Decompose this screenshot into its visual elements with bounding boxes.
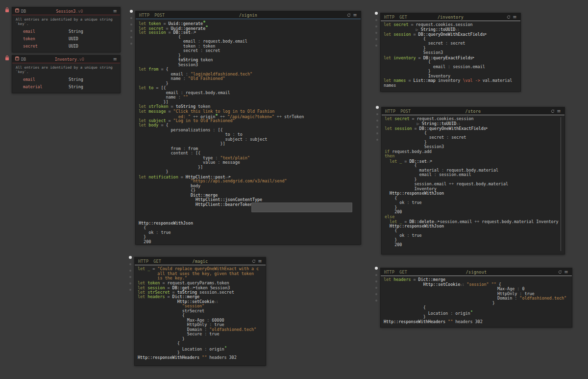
code-token: = (408, 22, 416, 27)
menu-icon[interactable]: ≡ (113, 57, 117, 61)
refresh-icon[interactable] (507, 15, 511, 19)
db-field-type[interactable]: String (69, 84, 83, 89)
trace-dot[interactable] (375, 274, 377, 276)
trace-dot-active[interactable] (130, 10, 133, 13)
code-token: email (139, 39, 196, 44)
trace-dot[interactable] (375, 19, 377, 21)
handler-code[interactable]: let _ = "Could replace queryOneWithExact… (135, 265, 266, 361)
db-field-row[interactable]: email String (12, 27, 120, 35)
trace-dot[interactable] (129, 282, 131, 284)
code-token: request.queryParams.token (168, 280, 229, 285)
trace-dot[interactable] (375, 32, 377, 34)
code-token: { (139, 225, 146, 230)
code-token: } (384, 314, 426, 319)
trace-dot-active[interactable] (129, 256, 132, 259)
db-title[interactable]: Session3.v0 (26, 9, 113, 14)
code-token (139, 197, 196, 202)
lock-icon[interactable] (5, 5, 9, 15)
handler-route[interactable]: /store (382, 109, 564, 114)
handler-header: HTTP GET /inventory ≡ (381, 13, 520, 21)
handler-code[interactable]: let secret = request.cookies.session ▷ S… (382, 115, 564, 249)
menu-icon[interactable]: ≡ (513, 15, 517, 19)
db-field-row[interactable]: email String (12, 76, 120, 83)
menu-icon[interactable]: ≡ (564, 270, 568, 274)
code-token (138, 271, 157, 276)
db-field-type[interactable]: UUID (69, 44, 78, 49)
handler-header: HTTP POST /signin ≡ (136, 11, 361, 19)
trace-dot[interactable] (130, 36, 132, 38)
code-token: "Could replace queryOneWithExact with a … (157, 266, 259, 271)
menu-icon[interactable]: ≡ (557, 109, 561, 113)
handler-route[interactable]: /magic (135, 259, 266, 264)
db-field-type[interactable]: String (69, 77, 83, 82)
code-token: : (243, 137, 250, 142)
trace-dot[interactable] (375, 25, 377, 27)
refresh-icon[interactable] (252, 259, 256, 263)
menu-icon[interactable]: ≡ (258, 259, 262, 263)
handler-route[interactable]: /signin (136, 13, 361, 18)
refresh-icon[interactable] (551, 109, 555, 113)
trace-dot[interactable] (129, 270, 131, 272)
code-token: }] (139, 141, 225, 146)
trace-dot[interactable] (375, 45, 377, 47)
trace-dot[interactable] (376, 126, 378, 128)
code-token: Dict::merge (172, 294, 199, 299)
handler-route[interactable]: /inventory (381, 15, 520, 20)
handler-code[interactable]: let secret = request.cookies.session ▷ S… (381, 21, 520, 89)
trace-dot[interactable] (129, 289, 131, 291)
db-field-name[interactable]: email (23, 77, 69, 82)
handler-route[interactable]: /signout (381, 270, 572, 275)
redacted-secret-box[interactable] (251, 202, 352, 212)
db-field-name[interactable]: material (23, 84, 69, 89)
db-field-type[interactable]: String (69, 29, 83, 34)
trace-dot[interactable] (130, 24, 132, 25)
code-token: { (385, 130, 427, 135)
code-token: email (385, 172, 432, 177)
trace-dot[interactable] (375, 287, 377, 289)
db-field-name[interactable]: token (23, 36, 69, 41)
code-token: String::toUUID (421, 27, 456, 32)
trace-dot[interactable] (376, 113, 378, 115)
trace-dot-active[interactable] (375, 12, 378, 15)
handler-code[interactable]: let headers = Dict::merge Http::setCooki… (381, 276, 572, 326)
code-token: Http::responseWithJson (390, 224, 444, 228)
db-field-row[interactable]: secret UUID (12, 42, 120, 50)
trace-dot[interactable] (376, 139, 378, 141)
code-token: names (393, 78, 406, 83)
refresh-icon[interactable] (558, 270, 562, 274)
trace-dot[interactable] (130, 43, 132, 45)
code-token: : (153, 230, 161, 235)
trace-dot[interactable] (129, 263, 131, 265)
trace-dot[interactable] (375, 280, 377, 282)
trace-dot[interactable] (375, 300, 377, 302)
trace-dot-active[interactable] (376, 106, 379, 109)
code-line: ok : true (385, 201, 562, 205)
trace-dot[interactable] (376, 132, 378, 134)
menu-icon[interactable]: ≡ (353, 13, 357, 17)
db-title[interactable]: Inventory.v0 (26, 57, 113, 62)
db-field-name[interactable]: email (23, 29, 69, 34)
db-kind-label: DB (21, 9, 26, 14)
code-token (139, 202, 196, 207)
code-token: token (198, 57, 213, 62)
db-field-name[interactable]: secret (23, 44, 69, 49)
code-token: HttpClient::jsonContentType (196, 197, 262, 202)
scrollbar[interactable] (561, 117, 561, 251)
db-field-type[interactable]: UUID (69, 36, 78, 41)
code-token: ok (139, 230, 153, 235)
trace-dot[interactable] (130, 30, 132, 32)
trace-dot[interactable] (376, 120, 378, 122)
menu-icon[interactable]: ≡ (113, 9, 117, 13)
db-field-row[interactable]: material String (12, 83, 120, 90)
code-line: 200 (385, 210, 562, 215)
code-token: ok (385, 233, 404, 238)
trace-dot[interactable] (375, 38, 377, 40)
trace-dot-active[interactable] (375, 267, 378, 270)
trace-dot[interactable] (375, 293, 377, 295)
trace-dot[interactable] (130, 17, 132, 19)
lock-icon[interactable] (5, 53, 9, 63)
trace-dot[interactable] (129, 276, 131, 278)
refresh-icon[interactable] (347, 13, 351, 17)
code-token: strToken (284, 114, 304, 119)
db-field-row[interactable]: token UUID (12, 35, 120, 42)
